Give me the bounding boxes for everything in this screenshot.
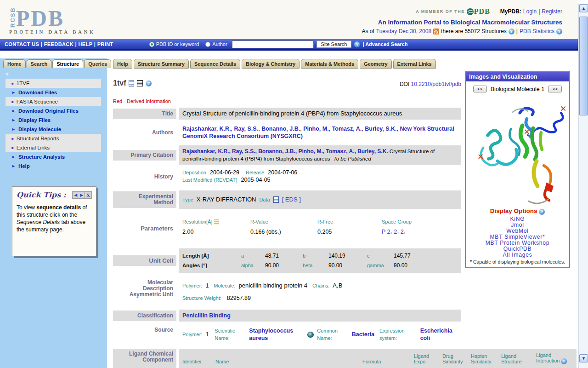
author-link[interactable]: Rajashankar, K.R. <box>182 126 231 132</box>
sidebar-item-help[interactable]: ► Help <box>6 161 101 171</box>
eds-link[interactable]: [ EDS ] <box>282 196 301 203</box>
help-icon[interactable]: ? <box>146 80 152 86</box>
download-file-icon[interactable] <box>129 80 134 86</box>
quick-tips-box: Quick Tips : ◀ ▶ X To view sequence deta… <box>12 186 96 256</box>
asof-date-link[interactable]: Tuesday Dec 30, 2008 <box>376 28 431 34</box>
rss-icon[interactable] <box>433 29 439 34</box>
sidebar-menu: ■ 1TVF ► Download Files ■ FASTA Sequence… <box>6 79 101 171</box>
vertical-scrollbar[interactable]: ▲ ▼ <box>578 4 588 368</box>
author-link[interactable]: Pinho, M. <box>303 126 329 132</box>
tab-biology-chemistry[interactable]: Biology & Chemistry <box>242 59 300 69</box>
help-icon[interactable]: ? <box>561 358 567 364</box>
scroll-up-button[interactable]: ▲ <box>579 4 588 12</box>
citation-authors-link[interactable]: Rajashankar, K.R., Ray, S.S., Bonanno, J… <box>182 148 388 155</box>
expression-system-link[interactable]: Escherichia coli <box>420 327 458 342</box>
tab-help[interactable]: Help <box>113 59 132 69</box>
help-link[interactable]: HELP <box>78 41 92 47</box>
r-free-label: R-Free <box>317 218 382 225</box>
tab-search[interactable]: Search <box>27 59 52 68</box>
polymer-label: Polymer: <box>182 331 202 338</box>
common-name-link[interactable]: Bacteria <box>352 331 374 338</box>
site-search-button[interactable]: Site Search <box>317 40 352 48</box>
sidebar-tabs: Home Search Structure Queries <box>3 59 112 68</box>
history-row: History Deposition 2004-06-29 Release 20… <box>113 168 461 186</box>
doi-link[interactable]: 10.2210/pdb1tvf/pdb <box>411 81 461 87</box>
rcsb-pdb-logo[interactable]: RCSB PDB PROTEIN DATA BANK <box>9 6 95 34</box>
author-link[interactable]: Tomasz, A. <box>332 126 362 132</box>
collapse-triangle-icon[interactable]: ▼ <box>5 71 10 77</box>
author-link[interactable]: Bonanno, J.B. <box>261 126 300 132</box>
tab-structure[interactable]: Structure <box>52 59 83 68</box>
report-icon[interactable] <box>137 80 143 86</box>
molecule-caption: Biological Molecule 1 <box>491 86 544 92</box>
b-value: 140.19 <box>328 252 367 259</box>
help-icon[interactable]: ? <box>509 29 514 34</box>
next-molecule-button[interactable]: >> <box>548 86 562 92</box>
tab-external-links[interactable]: External Links <box>393 59 436 69</box>
classification-link[interactable]: Penicillin Binding <box>182 312 231 319</box>
scientific-name-label: Scientific Name: <box>215 327 246 342</box>
separator: , <box>300 126 301 132</box>
molecule-label: Molecule: <box>214 282 235 289</box>
tab-materials-methods[interactable]: Materials & Methods <box>301 59 358 69</box>
authors-row: Authors Rajashankar, K.R., Ray, S.S., Bo… <box>113 123 461 142</box>
workspace: Home Search Structure Queries ▼ ■ 1TVF ►… <box>0 52 578 368</box>
help-icon[interactable]: ? <box>539 209 545 215</box>
sidebar-item-structure-analysis[interactable]: ► Structure Analysis <box>6 152 101 161</box>
arrow-bullet-icon: ► <box>11 109 16 113</box>
quick-tips-prev-button[interactable]: ◀ <box>73 192 79 198</box>
site-header: RCSB PDB PROTEIN DATA BANK A MEMBER OF T… <box>0 0 578 39</box>
sidebar-item-1tvf[interactable]: ■ 1TVF <box>6 79 101 88</box>
member-of-label: A MEMBER OF THE <box>416 9 465 14</box>
classification-row: Classification Penicillin Binding <box>113 310 461 322</box>
logo-rcsb-text: RCSB <box>9 6 16 28</box>
quick-tips-next-button[interactable]: ▶ <box>79 192 85 198</box>
search-input[interactable] <box>232 40 314 48</box>
tab-home[interactable]: Home <box>3 59 26 68</box>
help-icon[interactable]: ? <box>556 29 562 34</box>
login-link[interactable]: Login <box>523 8 537 15</box>
sidebar-item-structural-reports[interactable]: ■ Structural Reports <box>6 134 101 143</box>
sidebar-item-external-links[interactable]: ■ External Links <box>6 143 101 152</box>
radio-pdb-id-label: PDB ID or keyword <box>156 41 199 47</box>
register-link[interactable]: Register <box>542 8 562 15</box>
author-link[interactable]: Burley, S.K. <box>365 126 396 132</box>
tab-sequence-details[interactable]: Sequence Details <box>190 59 240 69</box>
exp-method-label-2: Method <box>113 200 173 206</box>
print-link[interactable]: PRINT <box>97 41 113 47</box>
quick-tips-close-button[interactable]: X <box>85 192 91 198</box>
sidebar-item-fasta-sequence[interactable]: ■ FASTA Sequence <box>6 97 101 106</box>
advanced-search-link[interactable]: | Advanced Search <box>362 41 407 47</box>
pdb-statistics-link[interactable]: PDB Statistics <box>520 28 554 34</box>
author-link[interactable]: Ray, S.S. <box>234 126 259 132</box>
expression-system-label: Expression system: <box>379 327 417 342</box>
tab-queries[interactable]: Queries <box>84 59 111 68</box>
data-file-icon[interactable] <box>273 196 279 203</box>
viewer-all-images-link[interactable]: All Images <box>466 252 569 258</box>
sidebar-item-label: Download Files <box>18 90 57 95</box>
molecule-image[interactable] <box>469 94 566 206</box>
radio-author[interactable] <box>205 42 210 47</box>
scientific-name-link[interactable]: Staphylococcus aureus <box>249 327 304 342</box>
scrollbar-thumb[interactable] <box>579 17 588 115</box>
wwpdb-logo-text[interactable]: PDB <box>474 7 490 16</box>
sidebar-item-label: Structure Analysis <box>18 154 65 160</box>
polymer-value: 1 <box>205 282 209 289</box>
contact-us-link[interactable]: CONTACT US <box>5 41 39 47</box>
classification-label: Classification <box>113 310 176 321</box>
feedback-link[interactable]: FEEDBACK <box>44 41 74 47</box>
sidebar-item-download-original-files[interactable]: ► Download Original Files <box>6 106 101 115</box>
prev-molecule-button[interactable]: << <box>473 86 487 92</box>
sidebar-item-display-files[interactable]: ► Display Files <box>6 115 101 125</box>
resolution-label: Resolution[Å] <box>182 219 212 224</box>
sidebar-item-display-molecule[interactable]: ► Display Molecule <box>6 125 101 134</box>
resolution-histogram-icon[interactable] <box>214 219 220 225</box>
tab-structure-summary[interactable]: Structure Summary <box>134 59 189 69</box>
scroll-down-button[interactable]: ▼ <box>579 354 588 362</box>
radio-pdb-id[interactable] <box>149 42 154 47</box>
sidebar-item-download-files[interactable]: ► Download Files <box>6 88 101 97</box>
sidebar-item-label: FASTA Sequence <box>17 99 58 104</box>
help-icon[interactable]: ? <box>354 41 360 47</box>
organism-globe-icon[interactable] <box>307 332 314 338</box>
tab-geometry[interactable]: Geometry <box>360 59 391 69</box>
